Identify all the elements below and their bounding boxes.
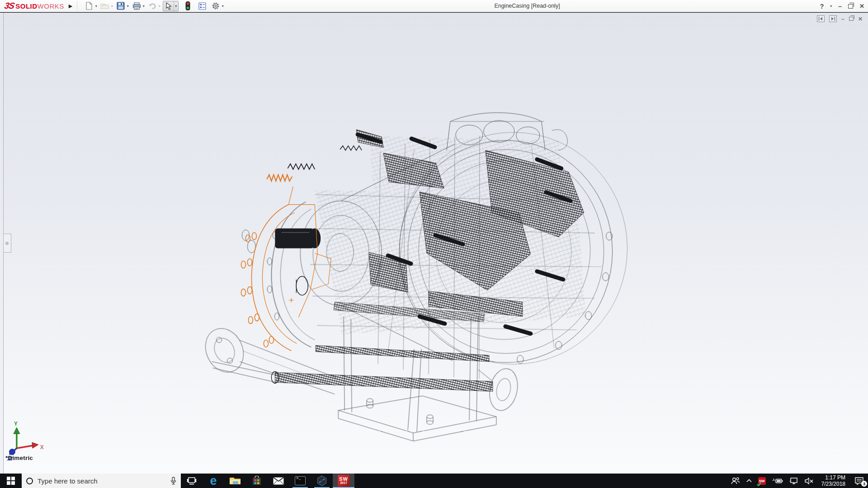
document-close-button[interactable]: ✕ — [858, 16, 863, 22]
taskbar-search[interactable] — [22, 474, 181, 488]
save-dropdown[interactable]: ▾ — [126, 4, 130, 8]
file-properties-button[interactable] — [197, 1, 208, 11]
undo-arrow-icon — [147, 1, 157, 10]
sw-icon-year: 2017 — [340, 481, 347, 485]
select-tool-button[interactable]: ▾ — [163, 1, 179, 11]
save-button[interactable]: ▾ — [115, 1, 130, 11]
taskbar-clock[interactable]: 1:17 PM 7/23/2018 — [817, 474, 850, 487]
select-tool-dropdown[interactable]: ▾ — [174, 1, 178, 11]
pane-collapse-left-button[interactable] — [817, 15, 825, 22]
save-floppy-icon — [116, 1, 126, 10]
edge-button[interactable]: e — [203, 474, 224, 488]
people-icon — [731, 477, 740, 484]
solidworks-logo: 3S SOLID WORKS — [0, 1, 64, 11]
undo-button[interactable]: ▾ — [147, 1, 162, 11]
windows-logo-icon — [7, 477, 15, 485]
microphone-icon[interactable] — [170, 477, 176, 485]
splitter-handle-dot — [5, 242, 9, 245]
solidworks-logo-mark: 3S — [4, 1, 15, 11]
options-button[interactable]: ▾ — [210, 1, 225, 11]
orientation-triad: Y X — [8, 421, 44, 460]
quick-access-toolbar: ▾ ▾ ▾ ▾ ▾ — [84, 1, 225, 11]
window-minimize-button[interactable]: – — [838, 3, 842, 10]
solidworks-taskbar-button[interactable]: SW 2017 — [333, 474, 354, 488]
volume-button[interactable] — [802, 474, 817, 488]
open-dropdown[interactable]: ▾ — [110, 4, 114, 8]
sw-icon-text: SW — [339, 477, 348, 481]
print-button[interactable]: ▾ — [131, 1, 146, 11]
new-document-button[interactable]: ▾ — [84, 1, 99, 11]
task-view-icon — [187, 477, 197, 485]
solidworks-logo-text-light: WORKS — [38, 2, 64, 10]
print-dropdown[interactable]: ▾ — [142, 4, 146, 8]
cortana-icon — [26, 478, 33, 484]
triad-y-label: Y — [14, 421, 18, 427]
view-orientation-label: *Dimetric — [5, 455, 33, 461]
document-window-controls: – ✕ — [817, 15, 863, 22]
toolbar-separator — [77, 1, 77, 10]
network-button[interactable] — [786, 474, 802, 488]
menu-flyout-arrow-icon[interactable]: ▶ — [69, 3, 72, 9]
file-explorer-icon — [229, 476, 241, 485]
rebuild-traffic-light-icon — [183, 1, 193, 10]
document-minimize-button[interactable]: – — [841, 15, 844, 22]
command-prompt-icon: >_ — [295, 476, 306, 485]
action-center-button[interactable]: 3 — [850, 474, 868, 488]
check-badge-icon — [757, 482, 761, 486]
help-dropdown[interactable]: ▾ — [830, 4, 832, 8]
engine-casing-wireframe-model[interactable]: Y X — [0, 13, 868, 474]
hexagon-app-button[interactable] — [311, 474, 333, 488]
network-icon — [789, 478, 798, 484]
options-gear-icon — [211, 1, 221, 10]
mail-icon — [273, 477, 284, 485]
solidworks-app-icon: SW 2017 — [338, 475, 349, 487]
command-prompt-button[interactable]: >_ — [289, 474, 311, 488]
power-button[interactable] — [769, 474, 786, 488]
open-folder-icon — [100, 1, 110, 10]
help-button[interactable]: ? — [820, 3, 824, 10]
options-dropdown[interactable]: ▾ — [221, 4, 225, 8]
system-tray: SW 1:17 PM 7/23/2018 3 — [728, 474, 868, 488]
feature-manager-splitter[interactable] — [0, 13, 4, 474]
document-title: EngineCasing [Read-only] — [494, 0, 560, 12]
search-input[interactable] — [38, 477, 166, 485]
store-button[interactable] — [246, 474, 268, 488]
edge-icon: e — [210, 475, 217, 487]
window-close-button[interactable]: ✕ — [859, 3, 864, 9]
pane-expand-right-button[interactable] — [829, 15, 837, 22]
mail-button[interactable] — [268, 474, 289, 488]
task-view-button[interactable] — [181, 474, 203, 488]
tray-overflow-button[interactable] — [743, 474, 755, 488]
solidworks-tray-button[interactable]: SW — [755, 474, 769, 488]
select-cursor-icon — [164, 1, 174, 10]
undo-dropdown[interactable]: ▾ — [157, 4, 161, 8]
clock-date: 7/23/2018 — [821, 481, 845, 487]
solidworks-logo-text-bold: SOLID — [15, 2, 37, 10]
chevron-up-icon — [746, 479, 752, 483]
rebuild-button[interactable] — [182, 1, 193, 11]
clock-time: 1:17 PM — [825, 474, 845, 481]
people-button[interactable] — [728, 474, 743, 488]
file-explorer-button[interactable] — [224, 474, 246, 488]
start-button[interactable] — [0, 474, 22, 488]
triad-x-label: X — [40, 444, 44, 450]
notification-count-badge: 3 — [861, 481, 867, 487]
feature-manager-splitter-tab[interactable] — [4, 234, 11, 253]
windows-taskbar: e >_ SW 2017 SW — [0, 474, 868, 488]
battery-icon — [772, 478, 783, 484]
print-icon — [132, 1, 142, 10]
graphics-viewport[interactable]: Y X – ✕ *Dimetric — [0, 13, 868, 474]
app-titlebar: 3S SOLID WORKS ▶ ▾ ▾ ▾ ▾ — [0, 0, 868, 12]
document-restore-button[interactable] — [849, 17, 854, 21]
window-controls: ? ▾ – ✕ — [820, 0, 864, 12]
open-button[interactable]: ▾ — [99, 1, 114, 11]
volume-muted-icon — [805, 478, 814, 484]
new-document-icon — [84, 1, 94, 10]
window-restore-button[interactable] — [848, 4, 853, 9]
new-document-dropdown[interactable]: ▾ — [94, 4, 98, 8]
file-properties-icon — [197, 1, 207, 10]
hexagon-app-icon — [316, 475, 327, 486]
store-icon — [252, 476, 262, 486]
